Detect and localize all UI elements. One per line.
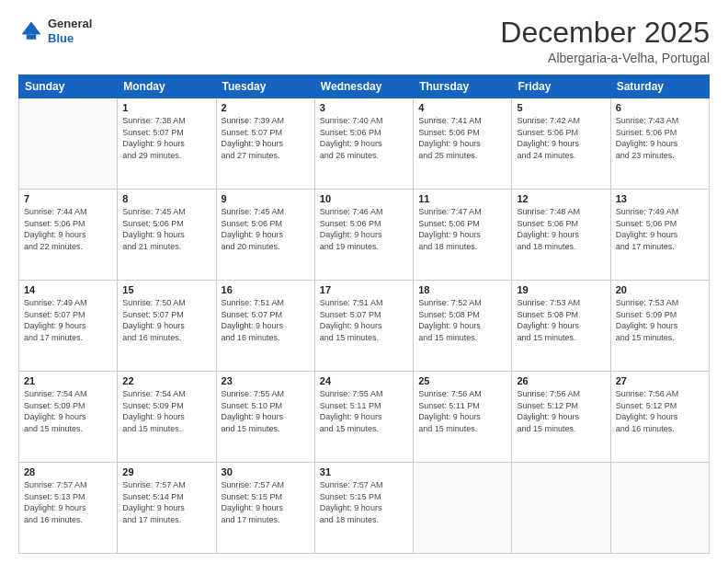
day-info: Sunrise: 7:57 AM Sunset: 5:15 PM Dayligh… [320, 479, 408, 525]
table-row: 9Sunrise: 7:45 AM Sunset: 5:06 PM Daylig… [216, 190, 314, 281]
logo-icon [18, 18, 44, 44]
calendar-week-row: 21Sunrise: 7:54 AM Sunset: 5:09 PM Dayli… [19, 372, 710, 463]
col-friday: Friday [512, 75, 610, 98]
table-row: 16Sunrise: 7:51 AM Sunset: 5:07 PM Dayli… [216, 281, 314, 372]
day-info: Sunrise: 7:55 AM Sunset: 5:10 PM Dayligh… [222, 388, 310, 434]
day-info: Sunrise: 7:47 AM Sunset: 5:06 PM Dayligh… [418, 206, 506, 252]
day-info: Sunrise: 7:48 AM Sunset: 5:06 PM Dayligh… [517, 206, 605, 252]
location: Albergaria-a-Velha, Portugal [500, 51, 710, 65]
day-info: Sunrise: 7:49 AM Sunset: 5:06 PM Dayligh… [616, 206, 704, 252]
day-number: 14 [24, 284, 112, 295]
day-number: 23 [222, 375, 310, 386]
month-title: December 2025 [500, 17, 710, 49]
day-number: 26 [517, 375, 605, 386]
day-number: 22 [122, 375, 210, 386]
day-info: Sunrise: 7:44 AM Sunset: 5:06 PM Dayligh… [24, 206, 112, 252]
table-row: 4Sunrise: 7:41 AM Sunset: 5:06 PM Daylig… [414, 98, 512, 190]
day-info: Sunrise: 7:54 AM Sunset: 5:09 PM Dayligh… [24, 388, 112, 434]
day-number: 16 [222, 284, 310, 295]
col-tuesday: Tuesday [216, 75, 314, 98]
calendar-header-row: Sunday Monday Tuesday Wednesday Thursday… [19, 75, 710, 98]
day-number: 13 [616, 193, 704, 204]
page: General Blue December 2025 Albergaria-a-… [0, 0, 728, 563]
table-row: 15Sunrise: 7:50 AM Sunset: 5:07 PM Dayli… [118, 281, 216, 372]
table-row: 12Sunrise: 7:48 AM Sunset: 5:06 PM Dayli… [512, 190, 610, 281]
table-row: 30Sunrise: 7:57 AM Sunset: 5:15 PM Dayli… [216, 463, 314, 554]
day-info: Sunrise: 7:55 AM Sunset: 5:11 PM Dayligh… [320, 388, 408, 434]
col-thursday: Thursday [414, 75, 512, 98]
day-info: Sunrise: 7:53 AM Sunset: 5:09 PM Dayligh… [616, 297, 704, 343]
day-number: 20 [616, 284, 704, 295]
table-row: 10Sunrise: 7:46 AM Sunset: 5:06 PM Dayli… [314, 190, 413, 281]
day-info: Sunrise: 7:53 AM Sunset: 5:08 PM Dayligh… [517, 297, 605, 343]
day-info: Sunrise: 7:56 AM Sunset: 5:12 PM Dayligh… [616, 388, 704, 434]
day-info: Sunrise: 7:46 AM Sunset: 5:06 PM Dayligh… [320, 206, 408, 252]
day-number: 24 [320, 375, 408, 386]
day-number: 7 [24, 193, 112, 204]
table-row [610, 463, 709, 554]
title-block: December 2025 Albergaria-a-Velha, Portug… [500, 17, 710, 65]
table-row: 6Sunrise: 7:43 AM Sunset: 5:06 PM Daylig… [610, 98, 709, 190]
calendar-week-row: 1Sunrise: 7:38 AM Sunset: 5:07 PM Daylig… [19, 98, 710, 190]
day-info: Sunrise: 7:51 AM Sunset: 5:07 PM Dayligh… [222, 297, 310, 343]
day-number: 19 [517, 284, 605, 295]
day-number: 5 [517, 102, 605, 113]
day-info: Sunrise: 7:40 AM Sunset: 5:06 PM Dayligh… [320, 115, 408, 161]
table-row: 5Sunrise: 7:42 AM Sunset: 5:06 PM Daylig… [512, 98, 610, 190]
day-info: Sunrise: 7:42 AM Sunset: 5:06 PM Dayligh… [517, 115, 605, 161]
table-row: 24Sunrise: 7:55 AM Sunset: 5:11 PM Dayli… [314, 372, 413, 463]
calendar-week-row: 14Sunrise: 7:49 AM Sunset: 5:07 PM Dayli… [19, 281, 710, 372]
day-info: Sunrise: 7:56 AM Sunset: 5:11 PM Dayligh… [418, 388, 506, 434]
day-info: Sunrise: 7:45 AM Sunset: 5:06 PM Dayligh… [222, 206, 310, 252]
table-row: 7Sunrise: 7:44 AM Sunset: 5:06 PM Daylig… [19, 190, 118, 281]
logo-text: General Blue [48, 17, 92, 45]
day-number: 10 [320, 193, 408, 204]
day-number: 9 [222, 193, 310, 204]
header: General Blue December 2025 Albergaria-a-… [18, 17, 710, 65]
day-number: 12 [517, 193, 605, 204]
day-number: 15 [122, 284, 210, 295]
table-row: 31Sunrise: 7:57 AM Sunset: 5:15 PM Dayli… [314, 463, 413, 554]
table-row [19, 98, 118, 190]
day-number: 6 [616, 102, 704, 113]
col-saturday: Saturday [610, 75, 709, 98]
svg-rect-1 [27, 34, 37, 39]
day-info: Sunrise: 7:49 AM Sunset: 5:07 PM Dayligh… [24, 297, 112, 343]
day-number: 31 [320, 466, 408, 477]
day-number: 8 [122, 193, 210, 204]
table-row: 8Sunrise: 7:45 AM Sunset: 5:06 PM Daylig… [118, 190, 216, 281]
day-number: 21 [24, 375, 112, 386]
table-row: 25Sunrise: 7:56 AM Sunset: 5:11 PM Dayli… [414, 372, 512, 463]
table-row: 18Sunrise: 7:52 AM Sunset: 5:08 PM Dayli… [414, 281, 512, 372]
table-row: 27Sunrise: 7:56 AM Sunset: 5:12 PM Dayli… [610, 372, 709, 463]
col-wednesday: Wednesday [314, 75, 413, 98]
table-row: 13Sunrise: 7:49 AM Sunset: 5:06 PM Dayli… [610, 190, 709, 281]
day-info: Sunrise: 7:50 AM Sunset: 5:07 PM Dayligh… [122, 297, 210, 343]
table-row: 17Sunrise: 7:51 AM Sunset: 5:07 PM Dayli… [314, 281, 413, 372]
day-number: 27 [616, 375, 704, 386]
day-info: Sunrise: 7:52 AM Sunset: 5:08 PM Dayligh… [418, 297, 506, 343]
day-number: 25 [418, 375, 506, 386]
day-info: Sunrise: 7:43 AM Sunset: 5:06 PM Dayligh… [616, 115, 704, 161]
table-row: 14Sunrise: 7:49 AM Sunset: 5:07 PM Dayli… [19, 281, 118, 372]
calendar-table: Sunday Monday Tuesday Wednesday Thursday… [18, 75, 710, 554]
day-number: 3 [320, 102, 408, 113]
table-row [414, 463, 512, 554]
day-number: 18 [418, 284, 506, 295]
day-number: 29 [122, 466, 210, 477]
table-row: 21Sunrise: 7:54 AM Sunset: 5:09 PM Dayli… [19, 372, 118, 463]
day-number: 30 [222, 466, 310, 477]
col-sunday: Sunday [19, 75, 118, 98]
table-row: 11Sunrise: 7:47 AM Sunset: 5:06 PM Dayli… [414, 190, 512, 281]
day-info: Sunrise: 7:45 AM Sunset: 5:06 PM Dayligh… [122, 206, 210, 252]
calendar-week-row: 7Sunrise: 7:44 AM Sunset: 5:06 PM Daylig… [19, 190, 710, 281]
table-row: 22Sunrise: 7:54 AM Sunset: 5:09 PM Dayli… [118, 372, 216, 463]
day-number: 4 [418, 102, 506, 113]
table-row: 19Sunrise: 7:53 AM Sunset: 5:08 PM Dayli… [512, 281, 610, 372]
svg-marker-0 [22, 21, 41, 34]
day-info: Sunrise: 7:54 AM Sunset: 5:09 PM Dayligh… [122, 388, 210, 434]
table-row: 23Sunrise: 7:55 AM Sunset: 5:10 PM Dayli… [216, 372, 314, 463]
col-monday: Monday [118, 75, 216, 98]
table-row: 1Sunrise: 7:38 AM Sunset: 5:07 PM Daylig… [118, 98, 216, 190]
day-info: Sunrise: 7:57 AM Sunset: 5:15 PM Dayligh… [222, 479, 310, 525]
